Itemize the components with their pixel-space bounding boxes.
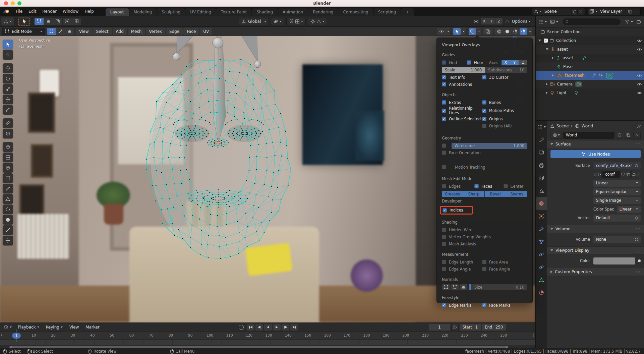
outliner-row-asset-data[interactable]: asset (536, 54, 644, 62)
blender-logo-icon[interactable] (3, 9, 10, 14)
volume-field[interactable]: None (593, 236, 641, 243)
unlink-image-button[interactable] (637, 171, 641, 178)
select-intersect-button[interactable] (72, 18, 81, 25)
outliner-row-asset-armature[interactable]: asset (536, 45, 644, 54)
motion-paths-checkbox[interactable]: Motion Paths (482, 108, 514, 113)
delete-view-layer-button[interactable] (633, 9, 639, 14)
tool-smooth-button[interactable] (3, 215, 13, 225)
view-layer-icon[interactable] (589, 9, 594, 14)
fake-user-shield-button[interactable] (621, 171, 625, 178)
disclosure-icon[interactable] (552, 57, 554, 59)
hidden-wire-checkbox[interactable]: Hidden Wire (437, 226, 532, 233)
outline-selected-checkbox[interactable]: Outline Selected (442, 117, 482, 121)
workspace-tab-compositing[interactable]: Compositing (338, 8, 373, 16)
show-gizmo-toggle[interactable] (453, 28, 461, 35)
select-extend-button[interactable] (44, 18, 53, 25)
workspace-tab-rendering[interactable]: Rendering (308, 8, 338, 16)
disclosure-icon[interactable] (538, 40, 541, 42)
new-view-layer-button[interactable] (627, 9, 633, 14)
timeline-track[interactable] (0, 340, 535, 345)
outliner-row-camera[interactable]: Camera (536, 80, 644, 88)
pin-icon[interactable] (637, 124, 641, 128)
tool-shrink-fatten-button[interactable] (3, 236, 13, 245)
properties-tab-modifiers[interactable] (536, 223, 547, 235)
menu-playback[interactable]: Playback (15, 324, 42, 331)
auto-keying-toggle[interactable] (239, 325, 244, 330)
vector-field[interactable]: Default (593, 215, 641, 222)
surface-value-field[interactable]: comfy_cafe_4k.exr (593, 162, 641, 169)
disclosure-icon[interactable] (546, 83, 548, 85)
menu-render[interactable]: Render (39, 7, 60, 16)
seams-toggle[interactable]: Seams (506, 191, 527, 197)
tool-inset-faces-button[interactable] (3, 153, 13, 162)
image-name-field[interactable]: comf (602, 171, 620, 178)
custom-properties-section-header[interactable]: Custom Properties:::: (547, 268, 644, 276)
menu-edge[interactable]: Edge (166, 28, 183, 35)
edge-select-button[interactable] (56, 28, 65, 35)
animate-dot[interactable] (638, 259, 641, 262)
face-select-button[interactable] (65, 28, 74, 35)
menu-file[interactable]: File (13, 7, 25, 16)
scene-name[interactable]: Scene (542, 9, 571, 14)
select-subtract-button[interactable] (53, 18, 62, 25)
properties-tab-object[interactable] (536, 210, 547, 223)
new-collection-button[interactable] (635, 19, 642, 25)
properties-tab-render[interactable] (536, 146, 547, 159)
properties-tab-particles[interactable] (536, 235, 547, 248)
tool-bevel-button[interactable] (3, 163, 13, 173)
vertex-select-button[interactable] (47, 28, 56, 35)
disclosure-icon[interactable] (546, 48, 548, 50)
color-swatch[interactable] (593, 257, 635, 264)
workspace-tab-scripting[interactable]: Scripting (373, 8, 401, 16)
copy-datablock-button[interactable] (625, 132, 632, 139)
collapse-right-icon[interactable]: 〈 (533, 333, 534, 337)
use-nodes-button[interactable]: Use Nodes (550, 150, 641, 158)
surface-section-header[interactable]: Surface:::: (547, 140, 644, 148)
annotations-checkbox[interactable]: Annotations (442, 82, 472, 87)
properties-tab-material[interactable] (536, 286, 547, 299)
workspace-tab-[interactable]: + (401, 8, 414, 16)
tool-move-button[interactable] (3, 63, 13, 73)
faces-checkbox[interactable]: Faces (474, 184, 504, 189)
vertex-group-weights-checkbox[interactable]: Vertex Group Weights (437, 233, 532, 240)
face-marks-checkbox[interactable]: Face Marks (482, 303, 511, 308)
properties-editor-type-dropdown[interactable] (536, 121, 547, 133)
active-tool-button[interactable] (18, 17, 30, 26)
disclosure-icon[interactable] (552, 74, 554, 77)
vertex-normals-button[interactable] (442, 284, 450, 290)
new-scene-button[interactable] (571, 9, 577, 14)
menu-view[interactable]: View (76, 28, 92, 35)
grid-scale-slider[interactable]: Scale1.000 (442, 67, 485, 73)
shading-wireframe-button[interactable] (495, 28, 503, 35)
menu-window[interactable]: Window (60, 7, 81, 16)
properties-tab-scene[interactable] (536, 184, 547, 197)
scene-icon[interactable] (534, 9, 538, 14)
axis-z-toggle[interactable]: Z (519, 60, 527, 65)
playhead[interactable] (16, 330, 16, 342)
properties-tab-tool[interactable] (536, 133, 547, 146)
current-frame-badge[interactable]: 1 (12, 333, 21, 339)
outliner-row-scene-collection[interactable]: Scene Collection (536, 27, 644, 36)
fake-user-shield-button[interactable] (616, 132, 623, 139)
world-datablock-dropdown[interactable] (550, 132, 562, 139)
color-space-dropdown[interactable]: Linear (617, 206, 641, 213)
display-mode-dropdown[interactable] (538, 19, 548, 25)
mirror-x-button[interactable]: X (481, 18, 488, 24)
jump-to-start-button[interactable] (247, 324, 254, 331)
snapping-dropdown[interactable] (286, 18, 306, 25)
tool-knife-button[interactable] (3, 184, 13, 193)
proportional-curve-icon[interactable] (505, 19, 510, 24)
play-reverse-button[interactable] (264, 324, 272, 331)
menu-uv[interactable]: UV (200, 28, 212, 35)
next-keyframe-button[interactable] (282, 324, 289, 331)
timeline-ruler[interactable]: 1 10203040506070809010011012013014015016… (0, 332, 535, 340)
outliner-row-pose[interactable]: Pose (536, 62, 644, 71)
center-checkbox[interactable]: Center (504, 184, 524, 189)
tool-scale-button[interactable] (3, 84, 13, 94)
expand-left-icon[interactable]: 〉 (1, 333, 2, 337)
face-angle-checkbox[interactable]: Face Angle (482, 267, 510, 272)
grid-checkbox[interactable]: Grid (442, 60, 467, 65)
breadcrumb-scene[interactable]: Scene (557, 124, 569, 128)
edge-marks-checkbox[interactable]: Edge Marks (442, 303, 482, 308)
motion-tracking-checkbox[interactable]: Motion Tracking (437, 164, 532, 171)
